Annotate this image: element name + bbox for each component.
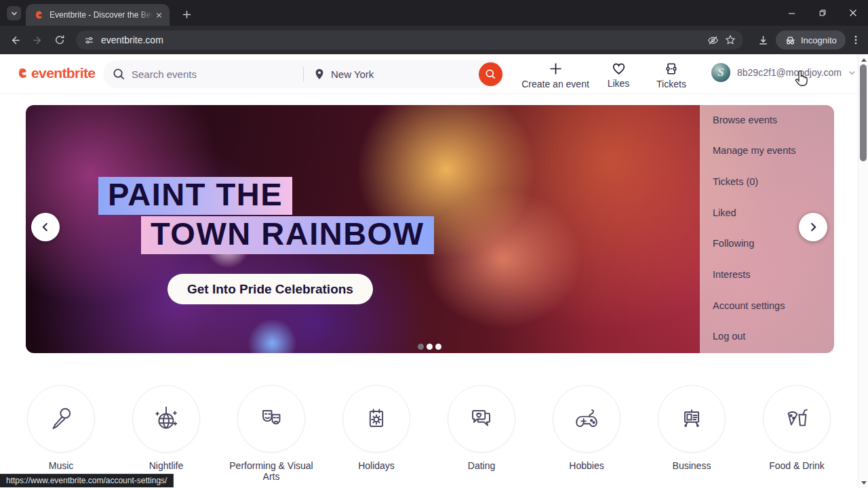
star-icon	[725, 35, 736, 45]
category-holidays[interactable]: Holidays	[327, 385, 426, 482]
reload-button[interactable]	[49, 29, 71, 51]
browser-tab-eventbrite[interactable]: Eventbrite - Discover the Best L	[26, 4, 170, 26]
category-circle	[658, 385, 726, 453]
restore-icon	[818, 9, 827, 17]
disco-ball-icon	[151, 403, 182, 434]
category-label: Dating	[468, 461, 495, 472]
hero-headline-line2: TOWN RAINBOW	[141, 216, 434, 254]
eventbrite-logo[interactable]: eventbrite	[16, 65, 95, 81]
menu-item-log-out[interactable]: Log out	[700, 321, 834, 352]
browser-toolbar: eventbrite.com Incognito	[0, 26, 868, 54]
hero-cta-button[interactable]: Get Into Pride Celebrations	[167, 274, 373, 304]
pizza-drink-icon	[781, 403, 812, 434]
plus-icon	[182, 10, 191, 19]
location-input[interactable]: New York	[331, 68, 374, 80]
menu-dots-icon	[851, 35, 861, 45]
carousel-dot-3[interactable]	[435, 344, 441, 350]
scroll-up-icon	[861, 58, 867, 62]
menu-item-manage-my-events[interactable]: Manage my events	[700, 136, 834, 167]
category-nightlife[interactable]: Nightlife	[117, 385, 216, 482]
address-bar[interactable]: eventbrite.com	[76, 30, 743, 49]
category-label: Nightlife	[149, 461, 184, 472]
site-settings-icon	[84, 35, 94, 45]
category-label: Performing & Visual Arts	[228, 461, 315, 482]
category-music[interactable]: Music	[12, 385, 111, 482]
incognito-label: Incognito	[801, 35, 837, 45]
avatar: S	[711, 63, 730, 82]
account-email: 8b29c2f1@moodjoy.com	[737, 67, 842, 78]
chevron-down-icon	[10, 9, 18, 18]
site-header: eventbrite Search events New York Create…	[0, 54, 858, 94]
location-pin-icon	[313, 68, 326, 81]
category-label: Music	[49, 461, 74, 472]
downloads-button[interactable]	[753, 30, 772, 49]
incognito-badge: Incognito	[776, 30, 846, 49]
new-tab-button[interactable]	[178, 5, 195, 23]
search-events-input[interactable]: Search events	[132, 68, 197, 80]
chevron-right-icon	[808, 222, 818, 232]
tab-title: Eventbrite - Discover the Best L	[50, 10, 153, 20]
forward-button[interactable]	[26, 29, 48, 51]
incognito-icon	[785, 35, 796, 46]
url-text: eventbrite.com	[101, 35, 704, 45]
status-url-bubble: https://www.eventbrite.com/account-setti…	[0, 474, 174, 487]
tickets-icon	[665, 62, 678, 76]
restore-button[interactable]	[807, 0, 837, 26]
heart-icon	[612, 62, 626, 75]
create-event-label: Create an event	[521, 79, 589, 89]
carousel-dot-1[interactable]	[418, 344, 424, 350]
game-controller-icon	[571, 403, 602, 434]
window-controls	[776, 0, 868, 26]
category-business[interactable]: Business	[642, 385, 741, 482]
logo-text: eventbrite	[31, 65, 95, 81]
category-label: Food & Drink	[769, 461, 825, 472]
menu-item-interests[interactable]: Interests	[700, 259, 834, 290]
scroll-down-button[interactable]	[859, 478, 868, 487]
minimize-button[interactable]	[776, 0, 807, 26]
carousel-prev-button[interactable]	[31, 213, 60, 241]
menu-item-account-settings[interactable]: Account settings	[700, 290, 834, 321]
plus-icon	[549, 62, 563, 76]
search-bar: Search events New York	[103, 60, 505, 88]
browser-menu-button[interactable]	[846, 30, 865, 49]
likes-button[interactable]: Likes	[595, 62, 642, 89]
create-event-button[interactable]: Create an event	[517, 62, 594, 89]
category-circle	[342, 385, 410, 453]
forward-icon	[32, 35, 43, 46]
category-food-drink[interactable]: Food & Drink	[747, 385, 846, 482]
category-performing-visual-arts[interactable]: Performing & Visual Arts	[222, 385, 321, 482]
search-submit-button[interactable]	[479, 62, 502, 86]
menu-item-tickets[interactable]: Tickets (0)	[700, 166, 834, 197]
microphone-icon	[45, 403, 77, 434]
category-circle	[237, 385, 305, 453]
bookmark-button[interactable]	[722, 31, 739, 49]
search-submit-icon	[485, 68, 496, 80]
category-circle	[553, 385, 620, 453]
category-circle	[27, 385, 95, 453]
holiday-calendar-icon	[361, 403, 392, 434]
category-dating[interactable]: Dating	[432, 385, 531, 482]
menu-item-browse-events[interactable]: Browse events	[700, 104, 834, 136]
tab-search-button[interactable]	[7, 6, 21, 20]
back-button[interactable]	[4, 29, 26, 51]
account-menu-button[interactable]: S 8b29c2f1@moodjoy.com	[711, 63, 856, 82]
scroll-up-button[interactable]	[859, 55, 868, 64]
category-label: Holidays	[358, 461, 395, 472]
tab-close-icon[interactable]	[153, 9, 164, 20]
scroll-down-icon	[861, 481, 867, 485]
carousel-next-button[interactable]	[799, 213, 827, 241]
chat-heart-icon	[466, 403, 497, 434]
tickets-button[interactable]: Tickets	[648, 62, 695, 89]
category-row: Music Nightlife Performing & Vi	[12, 385, 846, 482]
close-window-button[interactable]	[837, 0, 868, 26]
carousel-dots[interactable]	[418, 344, 441, 350]
page-scrollbar[interactable]	[858, 54, 868, 488]
scrollbar-thumb[interactable]	[860, 64, 867, 161]
category-hobbies[interactable]: Hobbies	[537, 385, 636, 482]
eye-off-icon	[707, 35, 719, 46]
category-label: Business	[673, 461, 711, 472]
eventbrite-favicon	[34, 10, 44, 20]
chevron-left-icon	[40, 222, 51, 232]
carousel-dot-2[interactable]	[427, 344, 433, 350]
tracking-protection-button[interactable]	[704, 31, 722, 49]
